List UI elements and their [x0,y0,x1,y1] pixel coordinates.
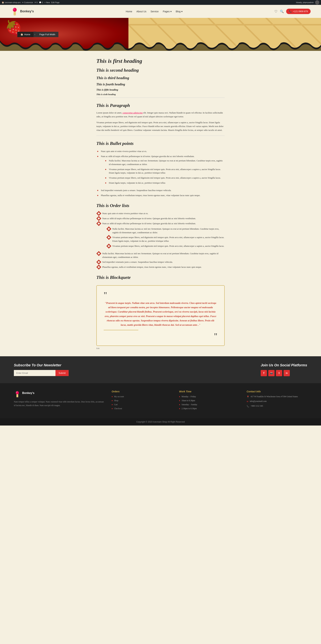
order-item: Nunc quis ante et enim viverra porttitor… [96,211,225,216]
facebook-icon[interactable]: f [261,370,267,376]
list-item: Monday – Friday [179,395,240,398]
my-account-link[interactable]: My account [114,395,124,398]
admin-updates[interactable]: ⟳ 5 [34,2,38,4]
admin-edit-page[interactable]: Edit Page [51,2,60,4]
svg-point-27 [16,391,18,393]
linkedin-icon[interactable]: in [284,370,290,376]
main-content: This is first heading This is second hea… [91,58,230,349]
order-item: Vivamus pretium neque libero, sed dignis… [106,235,225,244]
order-item: Nam ac nibh id turpis efficitur pellente… [96,216,225,221]
blockquote-section: " "Praesent in augue turpis. Nullam vita… [96,285,225,349]
logo[interactable]: 🍦 Bonkey's [10,6,34,16]
quote-open-icon: " [104,291,217,299]
list-item: Nulla facilisi. Maecenas lacinia ac nisl… [104,158,225,167]
footer-logo-text: Bonkey's [22,392,34,395]
list-item: Sed imperdiet venenatis justo a ornare. … [96,188,225,193]
order-icon [96,260,101,264]
footer-worktime-list: Monday – Friday 10am to 8.30pm Saturday … [179,395,240,410]
order-icon [96,221,101,226]
contact-email: ✉ info@yourmail.com [247,400,307,403]
admin-site-name[interactable]: 🏠 icecream-shop-pro [2,2,21,4]
admin-comments[interactable]: 💬 3 [39,2,43,4]
breadcrumb: 🏠 Home › Page Full Width [17,32,58,37]
order-list: Nunc quis ante et enim viverra porttitor… [96,211,225,270]
contact-address: 📍 417 W Franklin St Winchester Iowa 4739… [247,395,307,398]
contact-phone: 📞 +000 1112 345 [247,405,307,408]
footer-description: Nam tempor tellus a semper volutpat. Nun… [14,400,105,407]
hero-banner: 🍓 [0,18,321,51]
admin-bar-left: 🏠 icecream-shop-pro ✏ Customize ⟳ 5 💬 3 … [2,2,59,4]
footer-logo-icon [14,390,21,398]
heart-icon[interactable]: ♡ [274,9,278,14]
quote-close-icon: " [104,332,217,340]
sub-bullet-list: Nulla facilisi. Maecenas lacinia ac nisl… [104,158,225,186]
footer-orders-list: My account Shop Cart Checkout [112,395,172,410]
list-item: Vivamus pretium neque libero, sed dignis… [104,167,225,176]
footer-worktime-title: Work Time [179,390,240,393]
admin-bar-right: Howdy, phpmyadmin [296,0,319,4]
copyright-text: Copyright © 2023 Icecream Shop All Right… [136,421,185,423]
submit-button[interactable]: Submit [55,370,69,376]
phone-button[interactable]: 📞 +121 0909 879 [286,9,311,14]
list-item: My account [112,395,172,398]
admin-new[interactable]: + New [44,2,50,4]
svg-point-3 [13,8,15,10]
nav-service[interactable]: Service [151,10,159,13]
footer-bottom: Copyright © 2023 Icecream Shop All Right… [0,418,321,426]
heading-4: This is fourth heading [96,82,225,86]
footer-contact-column: Contact Info 📍 417 W Franklin St Winches… [247,390,307,410]
admin-user: Howdy, phpmyadmin [296,2,314,4]
twitter-icon[interactable]: t [276,370,282,376]
social-title: Join Us On Social Platforms [261,363,307,367]
svg-rect-24 [16,394,18,398]
main-nav: Home About Us Service Pages ▾ Blog ▾ [126,10,182,13]
order-item: Phasellus egestas, nulla et vestibulum t… [96,265,225,270]
logo-text: Bonkey's [20,10,34,13]
newsletter-right: Join Us On Social Platforms f 📷 t in [261,363,307,376]
list-item: Saturday – Sunday [179,403,240,406]
heading-2: This is second heading [96,68,225,73]
address-text: 417 W Franklin St Winchester Iowa 47394 … [251,395,298,398]
paragraph-link[interactable]: consectetur adipiscing [123,112,143,114]
blockquote-box: " "Praesent in augue turpis. Nullam vita… [96,285,225,346]
nav-home[interactable]: Home [126,10,132,13]
shop-link[interactable]: Shop [114,399,118,402]
order-icon [96,265,101,270]
list-item: 10am to 8.30pm [179,399,240,402]
footer-main: Bonkey's Nam tempor tellus a semper volu… [0,383,321,418]
instagram-icon[interactable]: 📷 [268,370,275,376]
newsletter-title: Subscribe To Our Newsletter [14,363,69,367]
order-title: This is Order lists [96,203,225,208]
nav-about[interactable]: About Us [136,10,147,13]
hero-content: 🏠 Home › Page Full Width [0,32,58,37]
email-icon: ✉ [247,400,248,403]
paragraph-2: Vivamus pretium neque libero, sed dignis… [96,120,225,132]
footer-worktime-column: Work Time Monday – Friday 10am to 8.30pm… [179,390,240,411]
checkout-link[interactable]: Checkout [114,407,122,410]
order-icon [106,244,111,248]
nav-blog[interactable]: Blog ▾ [176,10,182,13]
breadcrumb-home[interactable]: 🏠 Home [17,32,33,37]
search-icon[interactable]: 🔍 [280,10,284,13]
order-item: Nulla facilisi. Maecenas lacinia ac nisl… [96,251,225,260]
list-item: Etiam ligula turpis, vulputate in dui ac… [104,180,225,186]
svg-text:🍦: 🍦 [14,14,15,16]
phone-icon: 📞 [289,10,292,13]
order-icon [96,251,101,256]
admin-customize[interactable]: ✏ Customize [22,2,33,4]
phone-icon: 📞 [247,405,249,408]
phone-text: +000 1112 345 [251,405,263,407]
social-icons: f 📷 t in [261,370,307,376]
list-item: Vivamus pretium neque libero, sed dignis… [104,176,225,180]
order-item: Nam ac nibh id turpis efficitur pellente… [96,221,225,251]
phone-number: +121 0909 879 [293,10,308,13]
edit-link[interactable]: Edit [96,347,225,349]
cart-link[interactable]: Cart [114,403,118,406]
footer-orders-title: Orders [112,390,172,393]
order-icon [106,235,111,240]
blockquote-text: "Praesent in augue turpis. Nullam vitae … [104,301,217,327]
heading-1: This is first heading [96,58,225,64]
breadcrumb-separator: › [33,32,36,37]
nav-pages[interactable]: Pages ▾ [163,10,171,13]
email-input[interactable] [14,370,55,376]
